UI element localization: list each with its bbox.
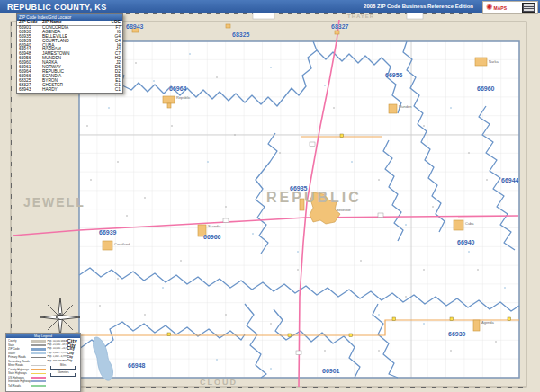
city-size-sample: City	[67, 355, 73, 359]
county-name-label: REPUBLIC	[266, 190, 362, 206]
zip-area-label: 66964	[169, 85, 186, 92]
town-name-label: Scandia	[208, 224, 220, 228]
city-size-sample: City	[67, 359, 72, 362]
town-name-label: Courtland	[114, 242, 130, 246]
title-bar: REPUBLIC COUNTY, KS 2008 ZIP Code Busine…	[0, 0, 540, 13]
town-name-label: Narka	[489, 59, 499, 64]
legend-item: Toll Roads	[8, 384, 46, 388]
legend-line-sample	[32, 361, 46, 361]
zip-area-label: 68943	[126, 23, 143, 30]
zip-area-label: 66944	[501, 177, 518, 183]
county-name-label: JEWELL	[23, 195, 86, 209]
scale-bar-miles: Miles	[47, 364, 79, 370]
zip-area-label: 66901	[322, 368, 339, 374]
zip-index-row: 68943 HARDY C1	[17, 88, 122, 93]
legend-line-sample	[32, 373, 46, 375]
town-name-label: Belleville	[337, 208, 351, 212]
publisher-logo: ✺ MAPS	[482, 1, 538, 14]
logo-maps-text: MAPS	[494, 5, 507, 11]
edition-label: 2008 ZIP Code Business Reference Edition	[364, 4, 473, 9]
zip-area-label: 66948	[128, 362, 145, 369]
town-name-label: Republic	[176, 95, 191, 100]
legend-line-sample	[32, 365, 46, 366]
zip-area-label: 68327	[331, 23, 348, 30]
legend-line-sample	[32, 352, 46, 354]
map-page: REPUBLIC COUNTY, KS 2008 ZIP Code Busine…	[0, 0, 540, 392]
zip-area-label: 66956	[385, 72, 402, 78]
scale-bar-kilometers: Kilometers	[47, 371, 79, 378]
legend-line-sample	[32, 357, 46, 358]
legend-line-sample	[32, 380, 46, 382]
logo-badge	[522, 3, 536, 13]
legend-line-sample	[32, 385, 46, 387]
map-legend: Map Legend County State ZIP Code	[5, 333, 81, 392]
legend-line-sample	[32, 344, 46, 346]
zip-area-label: 66960	[477, 85, 494, 92]
logo-burst-icon: ✺	[486, 4, 493, 12]
town-name-label: Munden	[399, 104, 411, 109]
legend-line-sample	[32, 348, 46, 351]
legend-line-sample	[32, 340, 46, 343]
zip-area-label: 66940	[457, 239, 474, 245]
legend-city-row: Pop. 999 and Below City	[47, 359, 79, 362]
zip-area-label: 66930	[448, 331, 465, 337]
zip-code-cell: 68943	[19, 88, 42, 93]
grid-loc-cell: C1	[110, 88, 121, 93]
zip-area-label: 66966	[203, 234, 220, 240]
legend-line-sample	[32, 369, 46, 370]
page-title: REPUBLIC COUNTY, KS	[7, 3, 107, 12]
zip-index-table: ZIP Code Index/Grid Locator ZIP Code ZIP…	[16, 13, 123, 94]
legend-line-sample	[32, 377, 46, 379]
county-name-label: THAYER	[347, 13, 374, 19]
county-name-label: CLOUD	[200, 378, 238, 387]
zip-area-label: 66935	[290, 185, 307, 192]
zip-area-label: 68325	[232, 31, 249, 38]
zip-name-cell: HARDY	[42, 88, 110, 93]
zip-area-label: 66939	[99, 229, 116, 236]
town-name-label: Agenda	[482, 320, 494, 325]
town-name-label: Cuba	[465, 221, 474, 226]
